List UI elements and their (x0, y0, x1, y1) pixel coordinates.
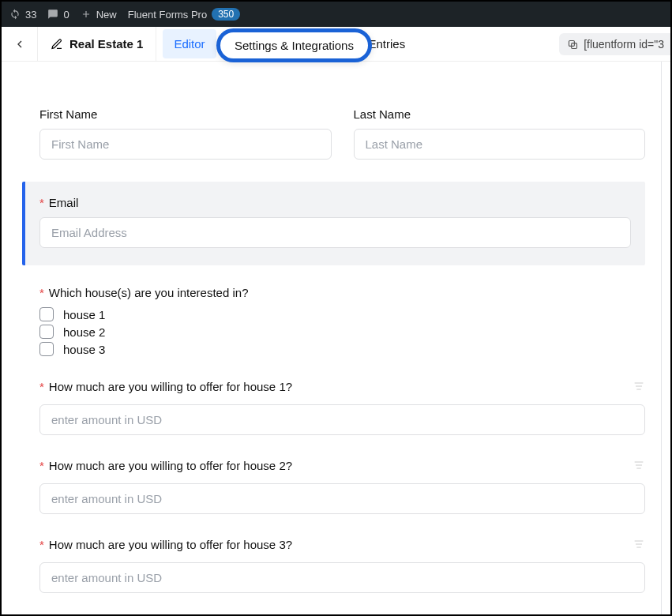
right-border (661, 62, 662, 616)
offer2-input[interactable] (39, 483, 645, 514)
first-name-input[interactable] (39, 129, 332, 160)
last-name-field: Last Name (354, 107, 646, 160)
updates-count: 33 (25, 9, 36, 21)
comment-icon (47, 9, 58, 20)
checkbox[interactable] (39, 342, 54, 356)
conditional-icon (633, 459, 645, 471)
wp-admin-bar: 33 0 New Fluent Forms Pro 350 (2, 2, 670, 27)
adminbar-new[interactable]: New (81, 9, 117, 21)
form-canvas: First Name Last Name * Email * Which hou… (2, 62, 670, 616)
conditional-icon (633, 380, 645, 393)
email-input[interactable] (39, 217, 631, 248)
required-star: * (39, 380, 44, 393)
option-label: house 2 (63, 325, 105, 339)
required-star: * (39, 286, 44, 299)
last-name-input[interactable] (354, 129, 646, 160)
houses-label: * Which house(s) are you interested in? (39, 286, 645, 299)
adminbar-fluentforms[interactable]: Fluent Forms Pro 350 (128, 8, 240, 21)
offer2-field: * How much are you willing to offer for … (39, 459, 645, 514)
new-label: New (96, 9, 117, 21)
adminbar-comments[interactable]: 0 (47, 9, 69, 21)
chevron-left-icon (13, 38, 26, 51)
form-title: Real Estate 1 (69, 37, 143, 51)
required-star: * (39, 459, 44, 472)
houses-field: * Which house(s) are you interested in? … (39, 286, 645, 356)
checkbox[interactable] (39, 307, 54, 321)
tab-settings-highlighted[interactable]: Settings & Integrations (216, 28, 372, 62)
conditional-icon (633, 538, 645, 550)
email-field-selected[interactable]: * Email (22, 182, 645, 265)
copy-icon (567, 39, 579, 51)
plus-icon (81, 9, 92, 20)
offer2-label: * How much are you willing to offer for … (39, 459, 645, 472)
offer3-field: * How much are you willing to offer for … (39, 538, 645, 593)
option-label: house 3 (63, 343, 105, 356)
pencil-icon (51, 38, 63, 51)
offer3-label: * How much are you willing to offer for … (39, 538, 645, 551)
offer3-input[interactable] (39, 562, 645, 593)
adminbar-updates[interactable]: 33 (9, 9, 36, 21)
tab-editor[interactable]: Editor (163, 29, 216, 58)
checkbox[interactable] (39, 325, 54, 339)
product-name: Fluent Forms Pro (128, 9, 207, 21)
email-label: * Email (39, 196, 631, 209)
house-option-1[interactable]: house 1 (39, 307, 645, 321)
required-star: * (39, 196, 44, 209)
shortcode-chip[interactable]: [fluentform id="3 (559, 33, 672, 55)
first-name-field: First Name (39, 107, 332, 160)
house-option-2[interactable]: house 2 (39, 325, 645, 339)
house-option-3[interactable]: house 3 (39, 342, 645, 356)
refresh-icon (9, 9, 21, 20)
first-name-label: First Name (39, 107, 332, 121)
back-button[interactable] (2, 27, 38, 62)
option-label: house 1 (63, 308, 105, 321)
product-badge: 350 (212, 8, 240, 21)
offer1-input[interactable] (39, 404, 645, 435)
last-name-label: Last Name (354, 107, 646, 121)
required-star: * (39, 538, 44, 551)
comments-count: 0 (63, 9, 69, 21)
form-title-wrap[interactable]: Real Estate 1 (38, 27, 156, 62)
offer1-field: * How much are you willing to offer for … (39, 380, 645, 435)
shortcode-text: [fluentform id="3 (584, 38, 664, 51)
name-row: First Name Last Name (39, 107, 645, 160)
offer1-label: * How much are you willing to offer for … (39, 380, 645, 393)
